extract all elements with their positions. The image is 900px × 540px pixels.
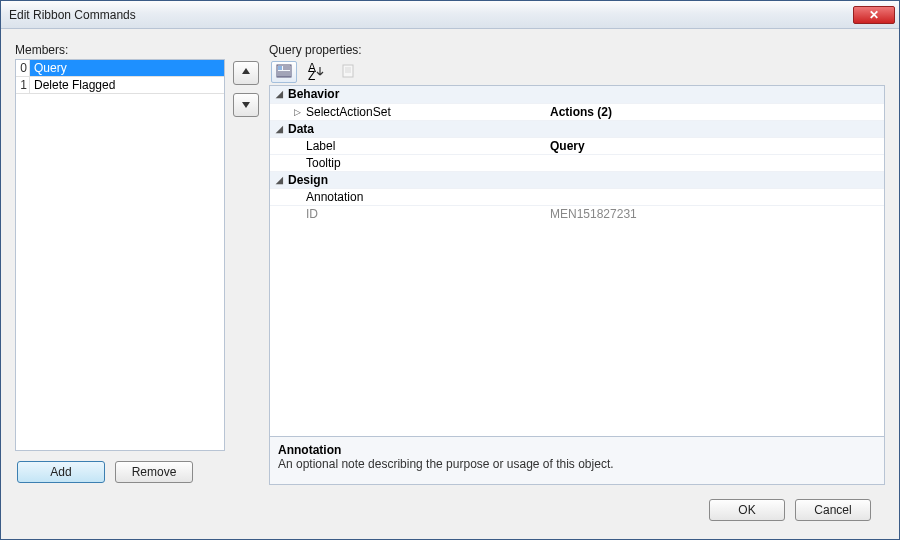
move-down-button[interactable] — [233, 93, 259, 117]
categorized-view-button[interactable] — [271, 61, 297, 83]
description-title: Annotation — [278, 443, 876, 457]
arrow-up-icon — [241, 66, 251, 80]
category-row-data[interactable]: ◢Data — [270, 120, 884, 137]
category-row-design[interactable]: ◢Design — [270, 171, 884, 188]
members-panel: Members: 0 Query 1 Delete Flagged Add Re… — [15, 43, 225, 485]
members-list-item[interactable]: 0 Query — [16, 60, 224, 77]
property-grid-toolbar: AZ — [269, 59, 885, 85]
alphabetical-view-button[interactable]: AZ — [303, 61, 329, 83]
collapse-icon[interactable]: ◢ — [274, 172, 284, 189]
list-value: Query — [30, 60, 224, 77]
list-index: 0 — [16, 60, 30, 77]
dialog-footer: OK Cancel — [15, 489, 885, 535]
sort-az-icon: AZ — [308, 64, 324, 80]
description-text: An optional note describing the purpose … — [278, 457, 876, 471]
property-row-id: ID MEN151827231 — [270, 205, 884, 222]
add-button[interactable]: Add — [17, 461, 105, 483]
property-row-tooltip[interactable]: Tooltip — [270, 154, 884, 171]
categorized-icon — [276, 64, 292, 81]
category-row-behavior[interactable]: ◢Behavior — [270, 86, 884, 103]
remove-button[interactable]: Remove — [115, 461, 193, 483]
property-pages-button — [335, 61, 361, 83]
svg-rect-7 — [343, 65, 353, 77]
collapse-icon[interactable]: ◢ — [274, 121, 284, 138]
properties-label: Query properties: — [269, 43, 885, 57]
svg-rect-1 — [278, 66, 282, 70]
property-value[interactable] — [546, 155, 884, 171]
expand-icon[interactable]: ▷ — [292, 104, 302, 121]
window-title: Edit Ribbon Commands — [9, 8, 853, 22]
titlebar[interactable]: Edit Ribbon Commands ✕ — [1, 1, 899, 29]
ok-button[interactable]: OK — [709, 499, 785, 521]
list-value: Delete Flagged — [30, 77, 224, 94]
cancel-button[interactable]: Cancel — [795, 499, 871, 521]
property-description: Annotation An optional note describing t… — [270, 436, 884, 484]
arrow-down-icon — [241, 98, 251, 112]
list-index: 1 — [16, 77, 30, 94]
members-buttons: Add Remove — [15, 451, 225, 485]
property-row-label[interactable]: Label Query — [270, 137, 884, 154]
members-label: Members: — [15, 43, 225, 57]
dialog-body: Members: 0 Query 1 Delete Flagged Add Re… — [1, 29, 899, 539]
property-value: MEN151827231 — [546, 206, 884, 222]
property-row-annotation[interactable]: Annotation — [270, 188, 884, 205]
collapse-icon[interactable]: ◢ — [274, 86, 284, 103]
page-icon — [341, 64, 355, 81]
close-button[interactable]: ✕ — [853, 6, 895, 24]
reorder-buttons — [233, 43, 261, 485]
dialog-window: Edit Ribbon Commands ✕ Members: 0 Query … — [0, 0, 900, 540]
property-value[interactable]: Query — [546, 138, 884, 154]
move-up-button[interactable] — [233, 61, 259, 85]
members-list[interactable]: 0 Query 1 Delete Flagged — [15, 59, 225, 451]
property-grid-container: ◢Behavior ▷SelectActionSet Actions (2) ◢… — [269, 85, 885, 485]
property-grid[interactable]: ◢Behavior ▷SelectActionSet Actions (2) ◢… — [270, 86, 884, 436]
properties-panel: Query properties: — [269, 43, 885, 485]
property-value[interactable]: Actions (2) — [546, 104, 884, 120]
property-value[interactable] — [546, 189, 884, 205]
members-list-item[interactable]: 1 Delete Flagged — [16, 77, 224, 94]
property-row-selectactionset[interactable]: ▷SelectActionSet Actions (2) — [270, 103, 884, 120]
close-icon: ✕ — [869, 8, 879, 22]
